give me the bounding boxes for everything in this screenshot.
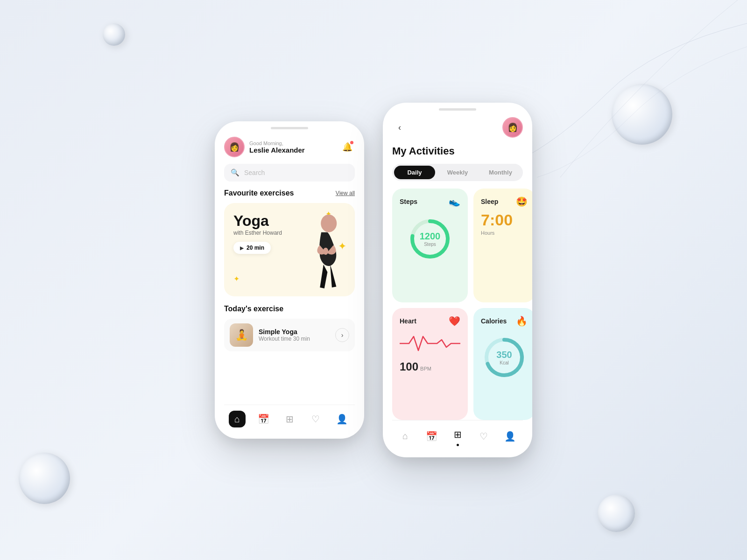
calories-unit: Kcal <box>496 360 512 365</box>
greeting-text: Good Morning, <box>249 140 340 146</box>
decorative-sphere-mr <box>612 84 672 145</box>
back-button[interactable]: ‹ <box>392 120 407 135</box>
steps-icon: 👟 <box>449 196 460 207</box>
decorative-sphere-br <box>19 453 70 504</box>
p2-nav-user[interactable]: 👤 <box>501 428 518 445</box>
heart-header: Heart ❤️ <box>400 315 460 327</box>
greeting-block: Good Morning, Leslie Alexander <box>249 140 340 154</box>
phone-2: ‹ 👩 My Activities Daily Weekly Monthly S… <box>383 103 532 457</box>
calories-header: Calories 🔥 <box>481 315 528 327</box>
nav-calendar[interactable]: 📅 <box>255 411 272 427</box>
activity-tabs: Daily Weekly Monthly <box>392 164 523 181</box>
yoga-card[interactable]: Yoga with Esther Howard ▶ 20 min ✦ ✦ ✦ <box>224 203 355 296</box>
heart-card: Heart ❤️ 100 BPM <box>392 308 468 420</box>
decorative-sphere-br2 <box>598 495 635 532</box>
notification-dot <box>350 141 353 144</box>
yoga-person-illustration <box>294 212 350 296</box>
play-icon: ▶ <box>240 245 244 251</box>
sleep-icon: 🤩 <box>516 196 528 207</box>
view-all-link[interactable]: View all <box>336 190 355 196</box>
star-decoration-3: ✦ <box>233 274 240 283</box>
heart-label: Heart <box>400 317 416 325</box>
favourite-title: Favourite exercises <box>224 189 294 197</box>
bottom-nav-1: ⌂ 📅 ⊞ ♡ 👤 <box>224 405 355 431</box>
heartbeat-svg <box>400 334 460 353</box>
sleep-header: Sleep 🤩 <box>481 196 528 207</box>
calories-label: Calories <box>481 317 507 325</box>
p2-nav-heart[interactable]: ♡ <box>475 428 492 445</box>
today-section: Today's exercise 🧘 Simple Yoga Workout t… <box>224 305 355 400</box>
steps-card: Steps 👟 1200 Steps <box>392 189 468 302</box>
user-name: Leslie Alexander <box>249 146 340 154</box>
today-section-header: Today's exercise <box>224 305 355 313</box>
search-placeholder-text: Search <box>244 169 265 176</box>
tab-monthly[interactable]: Monthly <box>480 166 521 179</box>
exercise-thumbnail: 🧘 <box>230 323 253 347</box>
p2-nav-grid[interactable]: ⊞ <box>449 426 466 443</box>
notification-bell-icon[interactable]: 🔔 <box>340 140 355 154</box>
steps-circle: 1200 Steps <box>400 211 460 267</box>
bpm-value: 100 <box>400 360 418 373</box>
p2-nav-home[interactable]: ⌂ <box>397 428 414 445</box>
calories-value: 350 <box>496 350 512 360</box>
steps-header: Steps 👟 <box>400 196 460 207</box>
yoga-duration-text: 20 min <box>247 245 264 251</box>
steps-label: Steps <box>400 198 417 205</box>
stats-grid: Steps 👟 1200 Steps <box>392 189 523 420</box>
sleep-unit: Hours <box>481 230 528 236</box>
today-title: Today's exercise <box>224 305 283 313</box>
tab-weekly[interactable]: Weekly <box>437 166 478 179</box>
exercise-item[interactable]: 🧘 Simple Yoga Workout time 30 min › <box>224 319 355 351</box>
steps-value: 1200 <box>420 231 441 242</box>
exercise-arrow-button[interactable]: › <box>335 328 349 342</box>
phones-container: 👩 Good Morning, Leslie Alexander 🔔 🔍 Sea… <box>215 103 532 457</box>
activities-title: My Activities <box>392 145 523 157</box>
steps-center-text: 1200 Steps <box>420 231 441 247</box>
sleep-label: Sleep <box>481 198 498 205</box>
decorative-sphere-tl <box>103 23 125 46</box>
calories-center-text: 350 Kcal <box>496 350 512 365</box>
exercise-time: Workout time 30 min <box>259 336 330 342</box>
nav-home[interactable]: ⌂ <box>229 411 246 427</box>
svg-point-1 <box>323 248 328 255</box>
nav-user[interactable]: 👤 <box>333 411 350 427</box>
calories-circle: 350 Kcal <box>481 330 528 385</box>
avatar-1: 👩 <box>224 137 245 157</box>
nav-grid[interactable]: ⊞ <box>281 411 298 427</box>
calories-icon: 🔥 <box>516 315 528 327</box>
nav-heart[interactable]: ♡ <box>307 411 324 427</box>
bpm-unit: BPM <box>420 366 431 371</box>
p2-header: ‹ 👩 <box>392 111 523 145</box>
avatar-2: 👩 <box>502 117 523 138</box>
tab-daily[interactable]: Daily <box>394 166 435 179</box>
p2-nav-calendar[interactable]: 📅 <box>423 428 440 445</box>
exercise-info: Simple Yoga Workout time 30 min <box>259 328 330 342</box>
yoga-duration-badge: ▶ 20 min <box>233 242 271 254</box>
svg-point-0 <box>321 215 337 232</box>
phone-1: 👩 Good Morning, Leslie Alexander 🔔 🔍 Sea… <box>215 121 364 439</box>
heart-icon: ❤️ <box>449 315 460 327</box>
exercise-name: Simple Yoga <box>259 328 330 336</box>
favourite-section-header: Favourite exercises View all <box>224 189 355 197</box>
bottom-nav-2: ⌂ 📅 ⊞ ♡ 👤 <box>392 420 523 450</box>
search-bar[interactable]: 🔍 Search <box>224 164 355 182</box>
calories-card: Calories 🔥 350 Kcal <box>473 308 532 420</box>
p1-header: 👩 Good Morning, Leslie Alexander 🔔 <box>224 129 355 164</box>
heart-bpm: 100 BPM <box>400 360 460 373</box>
sleep-card: Sleep 🤩 7:00 Hours <box>473 189 532 302</box>
p2-nav-active-indicator <box>457 444 459 446</box>
steps-unit: Steps <box>420 242 441 247</box>
search-icon: 🔍 <box>231 168 240 177</box>
sleep-time: 7:00 <box>481 211 528 229</box>
heart-rate-viz <box>400 330 460 357</box>
